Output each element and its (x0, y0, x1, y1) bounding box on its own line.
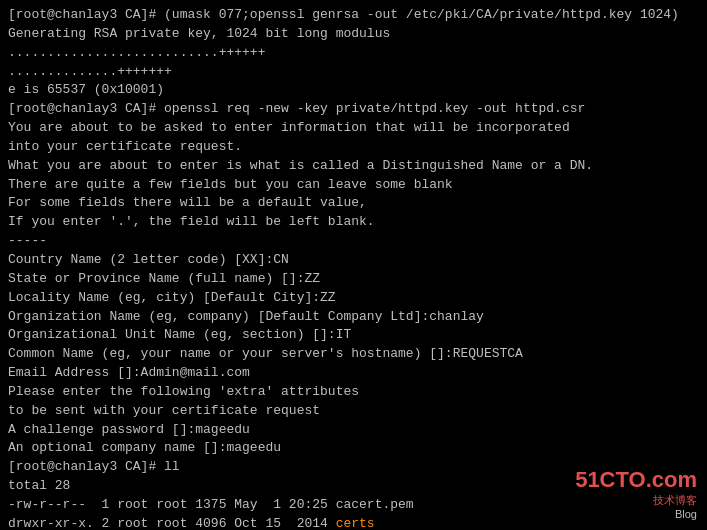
terminal-line: [root@chanlay3 CA]# openssl req -new -ke… (8, 100, 699, 119)
terminal-line: Organizational Unit Name (eg, section) [… (8, 326, 699, 345)
terminal-line: If you enter '.', the field will be left… (8, 213, 699, 232)
terminal-line: Organization Name (eg, company) [Default… (8, 308, 699, 327)
terminal-line: ----- (8, 232, 699, 251)
watermark-sub: 技术博客 (575, 493, 697, 508)
terminal-line: ..............+++++++ (8, 63, 699, 82)
terminal: [root@chanlay3 CA]# (umask 077;openssl g… (0, 0, 707, 530)
terminal-line: What you are about to enter is what is c… (8, 157, 699, 176)
terminal-line: For some fields there will be a default … (8, 194, 699, 213)
terminal-line: [root@chanlay3 CA]# (umask 077;openssl g… (8, 6, 699, 25)
terminal-line: Please enter the following 'extra' attri… (8, 383, 699, 402)
line-text: drwxr-xr-x. 2 root root 4096 Oct 15 2014 (8, 516, 336, 530)
terminal-line: You are about to be asked to enter infor… (8, 119, 699, 138)
terminal-line: ...........................++++++ (8, 44, 699, 63)
terminal-line: Generating RSA private key, 1024 bit lon… (8, 25, 699, 44)
line-highlighted: certs (336, 516, 375, 530)
terminal-line: There are quite a few fields but you can… (8, 176, 699, 195)
terminal-line: Locality Name (eg, city) [Default City]:… (8, 289, 699, 308)
terminal-line: State or Province Name (full name) []:ZZ (8, 270, 699, 289)
terminal-line: Common Name (eg, your name or your serve… (8, 345, 699, 364)
terminal-line: A challenge password []:mageedu (8, 421, 699, 440)
terminal-output: [root@chanlay3 CA]# (umask 077;openssl g… (8, 6, 699, 530)
terminal-line: into your certificate request. (8, 138, 699, 157)
watermark: 51CTO.com 技术博客 Blog (575, 467, 697, 520)
terminal-line: to be sent with your certificate request (8, 402, 699, 421)
terminal-line: e is 65537 (0x10001) (8, 81, 699, 100)
watermark-main: 51CTO.com (575, 467, 697, 493)
terminal-line: Email Address []:Admin@mail.com (8, 364, 699, 383)
terminal-line: Country Name (2 letter code) [XX]:CN (8, 251, 699, 270)
terminal-line: An optional company name []:mageedu (8, 439, 699, 458)
watermark-blog: Blog (575, 508, 697, 520)
